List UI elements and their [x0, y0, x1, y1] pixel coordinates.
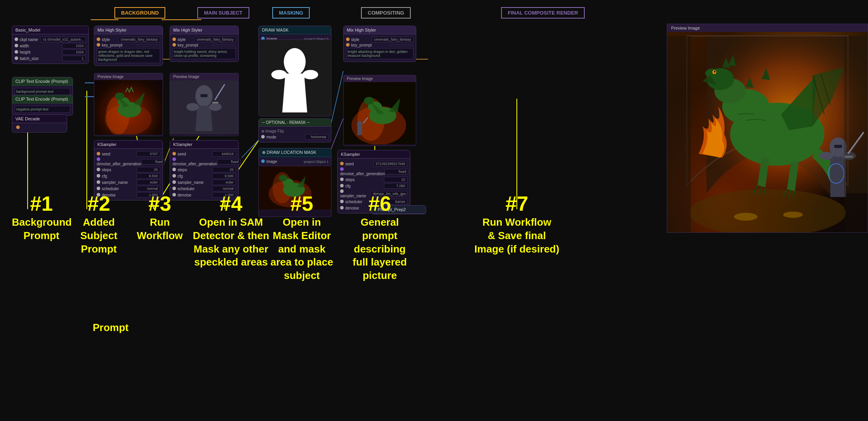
step-4-number: #4	[193, 193, 269, 214]
optional-remask-title: ─ OPTIONAL - REMASK ─	[259, 119, 331, 127]
svg-point-34	[284, 48, 305, 75]
svg-point-29	[209, 103, 222, 111]
mix-high-styler-bg-title: Mix High Styler	[94, 26, 163, 34]
step-2-text: AddedSubjectPrompt	[66, 216, 131, 256]
knight-image	[170, 80, 238, 135]
section-masking: MASKING	[272, 7, 310, 19]
step-4-text: Open in SAMDetector & thenMask any other…	[193, 216, 269, 269]
mix-high-styler-comp-node: Mix High Styler style cinematic_fairy_fa…	[343, 26, 416, 62]
mix-high-styler-bg-body: style cinematic_fairy_fantasy key_prompt…	[94, 34, 163, 65]
mix-high-styler-main-body: style cinematic_fairy_fantasy key_prompt…	[170, 34, 238, 62]
svg-point-55	[783, 211, 803, 218]
svg-point-62	[714, 71, 716, 73]
svg-rect-74	[844, 36, 868, 233]
svg-rect-73	[667, 36, 691, 233]
clip-encode-1-title: CLIP Text Encode (Prompt)	[12, 77, 73, 86]
step-7-label: #7 Run Workflow& Save finalImage (if des…	[466, 193, 568, 256]
clip-encode-2-prompt[interactable]: negative prompt text	[15, 106, 70, 113]
clip-encode-1-prompt[interactable]: background prompt text	[15, 88, 70, 95]
clip-encode-2-title: CLIP Text Encode (Prompt)	[12, 95, 73, 103]
section-final: FINAL COMPOSITE RENDER	[501, 7, 585, 19]
mix-high-styler-bg-node: Mix High Styler style cinematic_fairy_fa…	[94, 26, 163, 66]
step-1-text: BackgroundPrompt	[12, 216, 71, 243]
step-7-number: #7	[466, 193, 568, 214]
svg-point-60	[705, 69, 720, 78]
preview-dragon-bg: Preview Image	[94, 73, 163, 136]
mix-high-styler-comp-body: style cinematic_fairy_fantasy key_prompt…	[344, 34, 416, 62]
ksampler-comp-title: KSampler	[338, 150, 410, 159]
clip-encode-2-node: CLIP Text Encode (Prompt) negative promp…	[12, 95, 73, 116]
draw-location-mask-node: ⊕ DRAW LOCATION MASK image project:Objec…	[258, 148, 331, 167]
prompt-label: Prompt	[93, 322, 129, 334]
final-image-header: Preview Image	[667, 24, 868, 32]
final-image-bg	[667, 32, 868, 233]
preview-composite: Preview Image	[343, 75, 416, 146]
composite-image	[344, 82, 416, 144]
step-5-number: #5	[264, 193, 339, 214]
basic-model-body: ckpt name v1-5/model_v1C_autore... width…	[12, 34, 88, 64]
step-5-label: #5 Open inMask Editorand maskarea to pla…	[264, 193, 339, 283]
basic-model-title: Basic_Model	[12, 26, 88, 34]
clip-encode-2-body: negative prompt text	[12, 103, 73, 115]
mix-high-styler-main-node: Mix High Styler style cinematic_fairy_fa…	[170, 26, 239, 62]
step-4-label: #4 Open in SAMDetector & thenMask any ot…	[193, 193, 269, 269]
basic-model-node: Basic_Model ckpt name v1-5/model_v1C_aut…	[12, 26, 89, 64]
section-main-subject: MAIN SUBJECT	[197, 7, 249, 19]
svg-point-67	[819, 152, 833, 160]
preview-composite-header: Preview Image	[344, 75, 416, 82]
svg-point-36	[303, 70, 318, 79]
svg-rect-30	[200, 94, 208, 97]
svg-rect-32	[212, 102, 219, 103]
vae-decode-title: VAE Decade	[12, 115, 67, 123]
section-compositing: COMPOSITING	[361, 7, 411, 19]
ksampler-main-node: KSampler seed 649019 denoise_after_gener…	[170, 140, 239, 200]
ksampler-main-title: KSampler	[170, 140, 238, 149]
ksampler-bg-node: KSampler seed 5707 denoise_after_generat…	[94, 140, 163, 200]
svg-line-17	[241, 138, 260, 158]
preview-dragon-bg-header: Preview Image	[94, 73, 163, 80]
step-5-text: Open inMask Editorand maskarea to places…	[264, 216, 339, 283]
vae-decode-node: VAE Decade	[12, 114, 67, 133]
section-background: BACKGROUND	[114, 7, 165, 19]
draw-location-mask-body: image project:Object 1	[259, 157, 331, 166]
mask-image	[259, 40, 331, 116]
dragon-bg-image	[94, 80, 163, 135]
step-3-text: RunWorkflow	[130, 216, 189, 243]
step-3-number: #3	[130, 193, 189, 214]
step-3-label: #3 RunWorkflow	[130, 193, 189, 243]
optional-remask-body: ⊕ Image Flip mode horizontal	[259, 127, 331, 142]
step-6-text: Generalpromptdescribingfull layeredpictu…	[341, 216, 418, 283]
step-6-label: #6 Generalpromptdescribingfull layeredpi…	[341, 193, 418, 283]
step-6-number: #6	[341, 193, 418, 214]
svg-point-42	[279, 175, 287, 181]
draw-mask-title: DRAW MASK	[259, 26, 331, 34]
step-7-text: Run Workflow& Save finalImage (if desire…	[466, 216, 568, 256]
ksampler-bg-title: KSampler	[94, 140, 163, 149]
svg-point-35	[271, 70, 287, 79]
final-composite-image: Preview Image	[667, 24, 868, 233]
preview-knight-header: Preview Image	[170, 73, 238, 80]
draw-location-mask-title: ⊕ DRAW LOCATION MASK	[259, 148, 331, 157]
mix-high-styler-main-prompt[interactable]: knight holding sword, shiny armor, close…	[172, 48, 236, 59]
optional-remask-node: ─ OPTIONAL - REMASK ─ ⊕ Image Flip mode …	[258, 118, 331, 142]
preview-mask	[258, 39, 331, 116]
mix-high-styler-bg-prompt[interactable]: green dragon in dragon den, red reflecti…	[97, 48, 160, 63]
mix-high-styler-main-title: Mix High Styler	[170, 26, 238, 34]
svg-line-19	[329, 71, 343, 130]
preview-knight: Preview Image	[170, 73, 239, 136]
mix-high-styler-comp-prompt[interactable]: knight attacking dragon in den, golden t…	[346, 48, 413, 59]
mix-high-styler-comp-title: Mix High Styler	[344, 26, 416, 34]
step-1-label: #1 BackgroundPrompt	[12, 193, 71, 243]
svg-point-28	[187, 103, 199, 111]
svg-rect-69	[834, 145, 842, 148]
step-2-label: #2 AddedSubjectPrompt	[66, 193, 131, 256]
step-1-number: #1	[12, 193, 71, 214]
step-2-number: #2	[66, 193, 131, 214]
svg-point-50	[357, 121, 363, 127]
svg-point-54	[734, 213, 758, 221]
vae-decode-body	[12, 123, 67, 132]
